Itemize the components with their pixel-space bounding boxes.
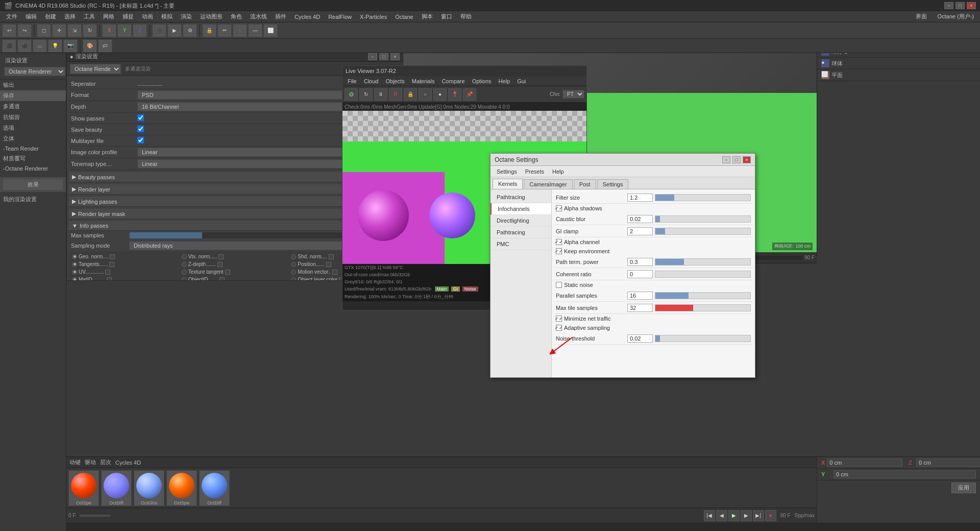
- os-max-tile-samples-slider[interactable]: [655, 304, 751, 311]
- menu-mograph[interactable]: 运动图形: [196, 12, 227, 21]
- lv-menu-help[interactable]: Help: [496, 77, 513, 85]
- lv-menu-compare[interactable]: Compare: [438, 77, 468, 85]
- os-max-tile-samples-input[interactable]: [627, 304, 653, 312]
- menu-plugins[interactable]: 插件: [271, 12, 290, 21]
- render-btn[interactable]: ▶: [167, 24, 182, 37]
- os-kernel-pathtracing1[interactable]: Pathtracing: [491, 191, 551, 203]
- object-item-plane[interactable]: ⬜ 平面: [817, 69, 980, 81]
- y-axis-btn[interactable]: Y: [117, 24, 132, 37]
- os-caustic-blur-input[interactable]: [627, 215, 653, 223]
- undo-btn[interactable]: ↩: [2, 24, 16, 37]
- os-kernel-infochannels[interactable]: Infochannels: [491, 203, 551, 215]
- shd-norm-radio[interactable]: [291, 254, 296, 259]
- redo-btn[interactable]: ↪: [17, 24, 32, 37]
- object-layer-radio[interactable]: [291, 277, 296, 281]
- os-filter-size-slider[interactable]: [655, 194, 751, 201]
- light-btn[interactable]: 💡: [48, 39, 62, 53]
- renderer-dropdown[interactable]: Octane Renderer: [4, 67, 65, 76]
- menu-octane-user[interactable]: Octane (用户-): [933, 12, 978, 21]
- object-id-cb[interactable]: [219, 277, 225, 281]
- anim-goto-start[interactable]: |◀: [704, 510, 715, 521]
- mat-tab-animate[interactable]: 动键: [69, 458, 81, 466]
- sidebar-stereo[interactable]: 立体: [0, 133, 66, 144]
- sidebar-multichannel[interactable]: 多通道: [0, 101, 66, 112]
- sidebar-effects-btn[interactable]: 效果: [3, 179, 63, 190]
- anim-record[interactable]: ●: [765, 510, 776, 521]
- os-static-noise-cb[interactable]: [556, 282, 562, 288]
- sidebar-octane-renderer[interactable]: -Octane Renderer: [0, 164, 66, 173]
- move-btn[interactable]: ✛: [52, 24, 66, 37]
- lv-chn-select[interactable]: PT: [562, 90, 584, 99]
- menu-octane[interactable]: Octane: [391, 13, 417, 21]
- rs-save-beauty-cb[interactable]: [137, 126, 144, 132]
- menu-character[interactable]: 角色: [227, 12, 246, 21]
- menu-script[interactable]: 脚本: [418, 12, 437, 21]
- os-max[interactable]: □: [732, 156, 741, 163]
- menu-xparticles[interactable]: X-Particles: [356, 13, 391, 21]
- render-view-btn[interactable]: 🎥: [152, 24, 166, 37]
- minimize-btn[interactable]: −: [944, 2, 953, 9]
- uv-radio[interactable]: [72, 270, 77, 275]
- os-filter-size-input[interactable]: [627, 194, 653, 202]
- uv-cb[interactable]: [105, 270, 110, 275]
- point-mode-btn[interactable]: ·: [233, 24, 247, 37]
- mat-octspecular2[interactable]: OctSpe: [166, 470, 197, 506]
- os-menu-settings[interactable]: Settings: [493, 167, 521, 176]
- menu-window[interactable]: 窗口: [437, 12, 456, 21]
- menu-render[interactable]: 演染: [177, 12, 196, 21]
- anim-play[interactable]: ▶: [728, 510, 740, 521]
- mat-tab-cycles[interactable]: Cycles 4D: [115, 460, 141, 466]
- lv-lock-btn[interactable]: 🔒: [404, 88, 417, 101]
- cylinder-btn[interactable]: ⌓: [33, 39, 47, 53]
- rs-close[interactable]: ×: [390, 53, 400, 60]
- xyz-x-input[interactable]: [827, 458, 902, 467]
- menu-animate[interactable]: 动画: [138, 12, 157, 21]
- os-noise-threshold-input[interactable]: [627, 334, 653, 343]
- max-samples-track[interactable]: [129, 232, 371, 239]
- lv-refresh-btn[interactable]: ↻: [359, 88, 373, 101]
- tangents-cb[interactable]: [109, 262, 114, 267]
- edit-mode-btn[interactable]: ✏: [217, 24, 232, 37]
- os-parallel-samples-slider[interactable]: [655, 292, 751, 299]
- os-tab-settings[interactable]: Settings: [597, 179, 629, 189]
- os-min[interactable]: −: [722, 156, 730, 163]
- menu-interface[interactable]: 界面: [912, 12, 931, 21]
- lv-pin2-btn[interactable]: 📌: [463, 88, 476, 101]
- tangents-radio[interactable]: [72, 262, 77, 267]
- os-minimize-net-cb[interactable]: ✓: [556, 316, 562, 322]
- motion-vector-cb[interactable]: [332, 270, 337, 275]
- xyz-z-input[interactable]: [916, 458, 980, 467]
- anim-frame-input[interactable]: [80, 515, 110, 517]
- rs-multilayer-cb[interactable]: [137, 137, 144, 143]
- menu-realflow[interactable]: RealFlow: [324, 13, 356, 21]
- close-btn[interactable]: ×: [967, 2, 976, 9]
- cube-btn[interactable]: ⬛: [2, 39, 16, 53]
- object-id-radio[interactable]: [182, 277, 187, 281]
- cam-btn[interactable]: 📷: [63, 39, 78, 53]
- poly-mode-btn[interactable]: ⬜: [263, 24, 278, 37]
- xyz-apply-btn[interactable]: 应用: [951, 482, 976, 493]
- menu-file[interactable]: 文件: [2, 12, 21, 21]
- os-keep-env-cb[interactable]: ✓: [556, 248, 562, 254]
- lv-pin-btn[interactable]: 📍: [448, 88, 461, 101]
- menu-mesh[interactable]: 网格: [99, 12, 118, 21]
- sidebar-antialias[interactable]: 抗锯齿: [0, 112, 66, 123]
- vtx-norm-cb[interactable]: [218, 254, 224, 259]
- os-path-term-slider[interactable]: [655, 258, 751, 266]
- os-tab-post[interactable]: Post: [574, 179, 596, 189]
- os-alpha-shadows-cb[interactable]: ✓: [556, 205, 562, 211]
- maximize-btn[interactable]: □: [955, 2, 965, 9]
- os-coherent-ratio-slider[interactable]: [655, 271, 751, 278]
- material-btn[interactable]: 🎨: [83, 39, 97, 53]
- rs-max[interactable]: □: [379, 53, 388, 60]
- object-item-sphere[interactable]: ● 球体: [817, 58, 980, 69]
- os-gi-clamp-slider[interactable]: [655, 228, 751, 235]
- os-adaptive-sampling-cb[interactable]: ✓: [556, 325, 562, 331]
- menu-pipeline[interactable]: 流水线: [246, 12, 271, 21]
- x-axis-btn[interactable]: X: [102, 24, 116, 37]
- lv-record-btn[interactable]: R: [389, 88, 402, 101]
- sidebar-team-render[interactable]: -Team Render: [0, 144, 66, 153]
- rs-renderer-select[interactable]: Octane Renderer: [70, 64, 121, 74]
- os-caustic-blur-slider[interactable]: [655, 215, 751, 223]
- os-noise-threshold-slider[interactable]: [655, 335, 751, 342]
